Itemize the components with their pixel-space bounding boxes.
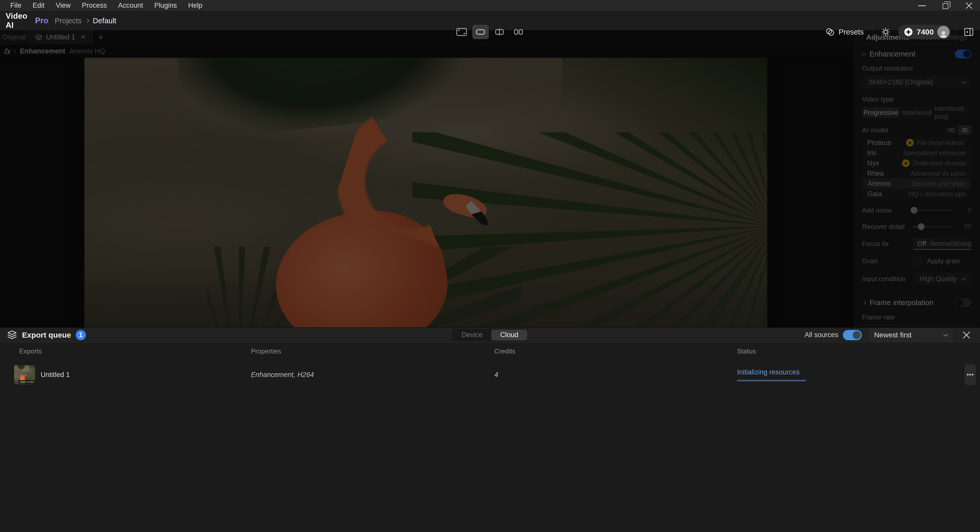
input-condition-select[interactable]: High Quality [913,272,971,285]
model-list-view-button[interactable] [958,125,971,135]
frame-rate-select[interactable]: 29.97 FPS (Original) [862,324,971,327]
focus-fix-label: Focus fix [862,240,913,248]
filter-model-label: Artemis HQ [69,47,105,55]
output-resolution-select[interactable]: 3840×2160 (Original) [862,75,971,89]
enhancement-toggle[interactable] [955,49,971,58]
video-type-option-progressive[interactable]: Progressive [863,107,899,118]
focus-fix-option-off[interactable]: Off [913,238,931,249]
video-type-option-interlaced[interactable]: Interlaced [899,107,935,118]
minimize-button[interactable] [913,0,931,11]
video-type-option-interlaced-prog[interactable]: Interlaced prog. [934,107,970,118]
tab-untitled-1[interactable]: Untitled 1 ✕ [28,30,93,44]
apply-grain-checkbox[interactable] [913,256,923,266]
model-name: Rhea [867,170,896,177]
enhancement-section: Enhancement Output resolution 3840×2160 … [853,45,980,292]
focus-fix-option-normal[interactable]: Normal [931,238,952,249]
enhancement-title: Enhancement [870,50,951,58]
menu-item-process[interactable]: Process [76,2,113,10]
side-by-side-view-icon [513,28,524,36]
model-row-iris[interactable]: Iris ★ Specialized enhancement for faces [863,148,970,158]
close-icon [962,331,971,339]
recover-detail-label: Recover detail [862,223,913,231]
destination-option-device[interactable]: Device [453,330,491,341]
column-header-exports: Exports [19,347,251,355]
frame-interpolation-toggle[interactable] [955,298,971,307]
column-header-status: Status [737,347,970,355]
title-bar-right: Presets 7400 [821,22,977,41]
export-name: Untitled 1 [41,371,70,379]
tab-close-icon[interactable]: ✕ [80,33,86,41]
menu-item-help[interactable]: Help [183,2,208,10]
credits-pill[interactable]: 7400 [898,25,951,39]
view-mode-single-button[interactable] [473,25,489,39]
model-row-artemis[interactable]: Artemis ★ Denoise and sharpen [863,178,970,189]
focus-fix-segmented: Off Normal Strong [913,238,971,250]
video-preview [84,58,767,327]
divider [956,22,956,41]
add-tab-button[interactable]: + [93,30,108,44]
view-mode-split-button[interactable] [491,25,508,39]
video-ai-app-window: File Edit View Process Account Plugins H… [0,0,980,532]
view-mode-fit-button[interactable] [453,25,470,39]
tab-original-label: Original [2,33,26,41]
filter-chip[interactable]: fx [3,47,15,56]
tab-untitled-1-label: Untitled 1 [46,33,75,41]
all-sources-label: All sources [805,331,838,339]
model-row-rhea[interactable]: Rhea ★ Advanced 4x upscaling [863,168,970,178]
destination-option-cloud[interactable]: Cloud [491,330,527,341]
restore-button[interactable] [937,0,954,11]
chevron-down-icon [943,332,948,336]
export-status-cell: Initializing resources [737,368,970,381]
close-window-button[interactable] [961,0,977,11]
export-status-text: Initializing resources [737,368,970,376]
menu-item-view[interactable]: View [50,2,76,10]
all-sources-toggle[interactable] [843,330,862,340]
divider [873,22,873,41]
person-icon [939,30,948,38]
menu-item-account[interactable]: Account [113,2,149,10]
sort-order-select[interactable]: Newest first [869,328,953,342]
presets-button[interactable]: Presets [821,28,868,36]
frame-interpolation-header[interactable]: Frame interpolation [862,298,971,308]
menu-item-plugins[interactable]: Plugins [149,2,183,10]
model-grid-view-button[interactable] [945,125,958,135]
account-avatar[interactable] [937,26,950,38]
model-row-proteus[interactable]: Proteus ★ For most videos [863,138,970,148]
close-export-queue-button[interactable] [959,328,974,342]
app-name: Video AI [6,11,32,30]
tab-original[interactable]: Original [0,30,28,44]
export-row-untitled-1[interactable]: 3840×2160 Untitled 1 Enhancement, H264 4… [0,360,980,390]
add-noise-slider[interactable] [913,210,952,211]
grid-view-icon [948,127,955,133]
export-queue-title: Export queue [22,331,71,339]
chevron-down-icon [861,51,866,56]
model-row-nyx[interactable]: Nyx ★ Dedicated denoising [863,158,970,168]
frame-interpolation-section: Frame interpolation Frame rate 29.97 FPS… [853,292,980,327]
sort-order-value: Newest first [874,331,944,339]
add-noise-value: 0 [958,206,971,214]
row-more-options-button[interactable]: ••• [965,364,976,385]
view-mode-side-by-side-button[interactable] [510,25,527,39]
settings-button[interactable] [878,27,893,37]
breadcrumb-current-project[interactable]: Default [93,17,116,25]
menu-item-file[interactable]: File [5,2,27,10]
destination-segmented: Device Cloud [452,329,528,341]
recover-detail-slider[interactable] [913,226,952,228]
fx-icon: fx [3,47,10,56]
enhancement-header[interactable]: Enhancement [862,49,971,59]
star-badge-icon: ★ [902,159,910,167]
model-name: Proteus [867,139,903,147]
recover-detail-row: Recover detail 20 [862,221,971,232]
breadcrumb-projects[interactable]: Projects [55,17,81,25]
output-resolution-value: 3840×2160 (Original) [868,78,962,86]
ai-model-header: AI model [862,125,971,135]
model-row-gaia[interactable]: Gaia ★ HQ / animation upscaling [863,189,970,199]
toggle-side-panel-button[interactable] [961,27,977,37]
window-controls [913,0,977,11]
frame-interpolation-title: Frame interpolation [870,298,951,307]
minimize-icon [918,5,926,6]
menu-item-edit[interactable]: Edit [27,2,50,10]
model-name: Gaia [867,190,895,198]
gear-icon [881,27,891,37]
focus-fix-option-strong[interactable]: Strong [951,238,971,249]
